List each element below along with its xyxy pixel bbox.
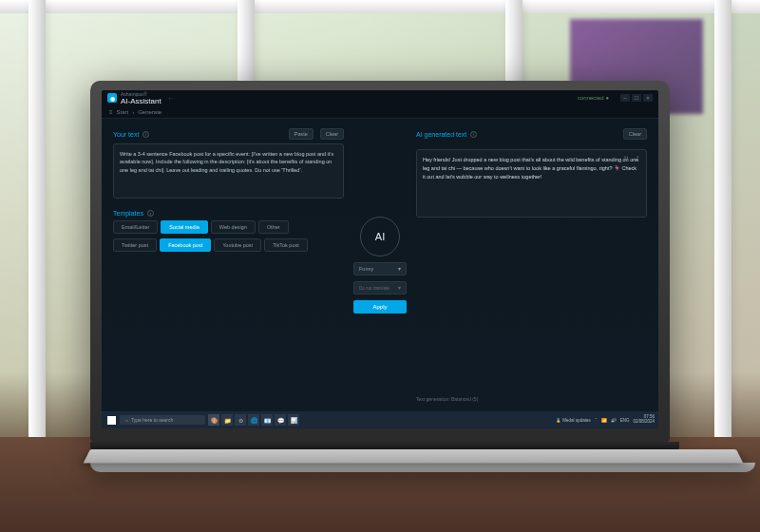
info-icon[interactable]: i <box>142 131 149 138</box>
taskbar-app-icon[interactable]: 📁 <box>221 414 233 426</box>
breadcrumb: ≡ Start › Generate <box>102 105 658 119</box>
language-indicator[interactable]: ENG <box>620 418 630 423</box>
laptop: ◉ Ashampoo® AI-Assistant ← connected ● −… <box>90 81 670 472</box>
minimize-button[interactable]: − <box>620 94 630 102</box>
info-icon[interactable]: i <box>147 210 154 217</box>
taskbar-app-icon[interactable]: 💬 <box>275 414 286 426</box>
window-frame <box>714 0 732 437</box>
input-title: Your text <box>113 131 139 138</box>
window-controls: − □ × <box>620 94 653 102</box>
tone-dropdown[interactable]: Funny▾ <box>353 262 407 276</box>
apply-button[interactable]: Apply <box>353 300 407 314</box>
clear-output-button[interactable]: Clear <box>623 128 647 140</box>
tab-web[interactable]: Web design <box>211 220 256 234</box>
template-youtube[interactable]: Youtube post <box>214 238 261 252</box>
output-title: AI generated text <box>416 131 466 138</box>
app-window: ◉ Ashampoo® AI-Assistant ← connected ● −… <box>102 90 658 428</box>
windows-taskbar: ⌕ Type here to search 🎨 📁 ⚙ 🌐 📧 💬 📊 🏅 Me… <box>102 411 658 428</box>
back-icon[interactable]: ← <box>167 94 175 103</box>
window-frame <box>0 0 760 13</box>
paste-button[interactable]: Paste <box>289 128 314 140</box>
titlebar: ◉ Ashampoo® AI-Assistant ← connected ● −… <box>102 90 658 105</box>
start-button[interactable] <box>105 414 117 426</box>
clear-input-button[interactable]: Clear <box>320 128 344 140</box>
app-title: AI-Assistant <box>121 97 162 105</box>
taskbar-app-icon[interactable]: 📧 <box>261 414 273 426</box>
input-section: Your text i Paste Clear Write a 3-4 sent… <box>113 128 344 199</box>
left-column: Your text i Paste Clear Write a 3-4 sent… <box>113 128 344 402</box>
taskbar-apps: 🎨 📁 ⚙ 🌐 📧 💬 📊 <box>208 414 299 426</box>
windows-logo-icon <box>107 416 116 425</box>
info-icon[interactable]: i <box>470 131 477 138</box>
laptop-hinge <box>90 442 679 449</box>
taskbar-app-icon[interactable]: 🌐 <box>248 414 259 426</box>
tab-email[interactable]: Email/Letter <box>113 220 158 234</box>
templates-section: Templates i Email/Letter Social media We… <box>113 210 344 256</box>
templates-title: Templates <box>113 210 143 217</box>
copy-icon[interactable]: ⧉ <box>624 154 632 162</box>
chevron-down-icon: ▾ <box>398 285 401 291</box>
ai-badge: AI <box>360 217 400 256</box>
output-text: Hey friends! Just dropped a new blog pos… <box>423 157 638 180</box>
chevron-down-icon: ▾ <box>398 266 401 272</box>
breadcrumb-start[interactable]: Start <box>117 109 129 115</box>
taskbar-search[interactable]: ⌕ Type here to search <box>120 415 205 425</box>
connection-status: connected ● <box>578 95 609 101</box>
template-categories: Email/Letter Social media Web design Oth… <box>113 220 344 234</box>
menu-icon[interactable]: ≡ <box>109 109 113 115</box>
tray-chevron-icon[interactable]: ˄ <box>595 418 598 423</box>
main-panel: Your text i Paste Clear Write a 3-4 sent… <box>102 119 658 411</box>
input-textarea[interactable]: Write a 3-4 sentence Facebook post for a… <box>113 143 344 199</box>
close-button[interactable]: × <box>643 94 653 102</box>
medal-notification[interactable]: 🏅 Medal updates <box>556 418 591 423</box>
clock[interactable]: 07:56 02/08/2024 <box>633 415 655 425</box>
search-icon: ⌕ <box>125 417 128 423</box>
translate-dropdown[interactable]: Do not translate▾ <box>353 281 407 294</box>
system-tray: 🏅 Medal updates ˄ 📶 🔊 ENG 07:56 02/08/20… <box>556 415 655 425</box>
taskbar-app-icon[interactable]: 📊 <box>288 414 299 426</box>
center-column: AI Funny▾ Do not translate▾ Apply <box>352 128 408 402</box>
taskbar-app-icon[interactable]: ⚙ <box>235 414 246 426</box>
generation-status: Text generation: Balanced (5) <box>416 396 647 402</box>
template-twitter[interactable]: Twitter post <box>113 238 157 252</box>
laptop-base <box>90 463 755 472</box>
laptop-keyboard <box>84 449 744 463</box>
screen-bezel: ◉ Ashampoo® AI-Assistant ← connected ● −… <box>90 81 670 442</box>
window-frame <box>28 0 46 437</box>
template-items: Twitter post Facebook post Youtube post … <box>113 238 344 252</box>
taskbar-app-icon[interactable]: 🎨 <box>208 414 219 426</box>
tab-social[interactable]: Social media <box>161 220 208 234</box>
search-placeholder: Type here to search <box>131 417 173 423</box>
share-icon[interactable]: ↗ <box>635 154 642 162</box>
app-logo-icon: ◉ <box>107 93 117 103</box>
template-tiktok[interactable]: TikTok post <box>264 238 308 252</box>
wifi-icon[interactable]: 📶 <box>601 418 607 423</box>
template-facebook[interactable]: Facebook post <box>160 238 211 252</box>
right-column: AI generated text i Clear Hey friends! J… <box>416 128 647 402</box>
tab-other[interactable]: Other <box>258 220 289 234</box>
breadcrumb-sep: › <box>132 109 134 115</box>
breadcrumb-current: Generate <box>138 109 162 115</box>
maximize-button[interactable]: □ <box>632 94 641 102</box>
output-textarea[interactable]: Hey friends! Just dropped a new blog pos… <box>416 149 647 218</box>
volume-icon[interactable]: 🔊 <box>611 418 617 423</box>
